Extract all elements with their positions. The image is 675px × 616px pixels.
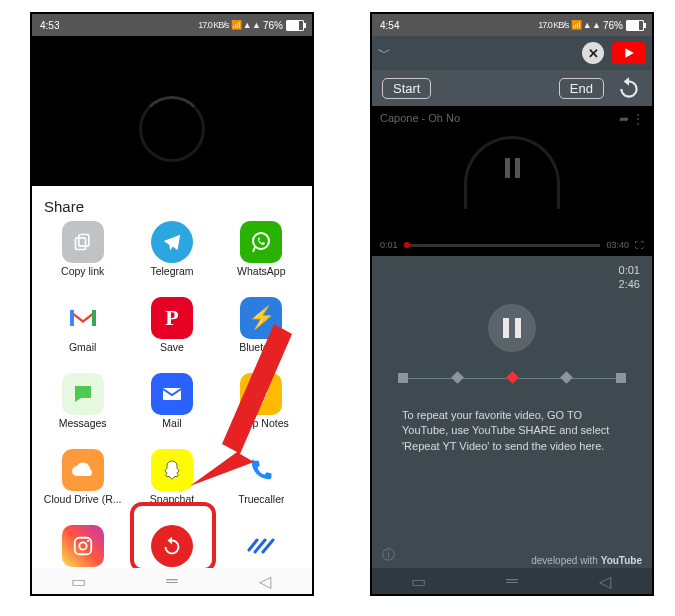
nav-recent-icon[interactable]: ▭ bbox=[70, 572, 88, 590]
share-sheet: Share Copy linkTelegramWhatsAppGmailPSav… bbox=[32, 186, 312, 582]
close-button[interactable]: ✕ bbox=[582, 42, 604, 64]
loop-total: 2:46 bbox=[372, 278, 640, 292]
android-navbar: ▭ ═ ◁ bbox=[32, 568, 312, 594]
app-label: Bluetooth bbox=[239, 341, 283, 353]
svg-marker-13 bbox=[625, 48, 633, 58]
loop-time-display: 0:01 2:46 bbox=[372, 256, 652, 294]
copy-link-icon bbox=[62, 221, 104, 263]
app-label: Copy link bbox=[61, 265, 104, 277]
svg-rect-1 bbox=[75, 238, 85, 250]
video-preview bbox=[32, 36, 312, 186]
nav-home-icon[interactable]: ═ bbox=[503, 572, 521, 590]
cloud-drive-icon bbox=[62, 449, 104, 491]
share-app-messages[interactable]: Messages bbox=[38, 373, 127, 445]
messages-icon bbox=[62, 373, 104, 415]
info-icon[interactable]: ⓘ bbox=[382, 546, 395, 564]
share-app-snapchat[interactable]: Snapchat bbox=[127, 449, 216, 521]
share-app-whatsapp[interactable]: WhatsApp bbox=[217, 221, 306, 293]
status-net: 17.0 KB/s bbox=[198, 20, 228, 30]
video-progress-bar[interactable] bbox=[404, 244, 601, 247]
marker-start-icon[interactable] bbox=[398, 373, 408, 383]
app-label: Cloud Drive (R... bbox=[44, 493, 122, 505]
pinterest-save-icon: P bbox=[151, 297, 193, 339]
loading-spinner-icon bbox=[139, 96, 205, 162]
status-time: 4:53 bbox=[40, 20, 59, 31]
share-app-cloud-drive[interactable]: Cloud Drive (R... bbox=[38, 449, 127, 521]
app-label: Snapchat bbox=[150, 493, 194, 505]
app-label: Truecaller bbox=[238, 493, 284, 505]
bluetooth-icon: ⚡ bbox=[240, 297, 282, 339]
nav-back-icon[interactable]: ◁ bbox=[256, 572, 274, 590]
battery-icon bbox=[626, 20, 644, 31]
app-label: Mail bbox=[162, 417, 181, 429]
svg-rect-3 bbox=[70, 310, 74, 326]
gmail-icon bbox=[62, 297, 104, 339]
youtube-logo-icon[interactable] bbox=[612, 42, 646, 64]
status-battery: 76% bbox=[603, 20, 623, 31]
app-label: WhatsApp bbox=[237, 265, 285, 277]
share-app-copy-link[interactable]: Copy link bbox=[38, 221, 127, 293]
mail-icon bbox=[151, 373, 193, 415]
nav-home-icon[interactable]: ═ bbox=[163, 572, 181, 590]
loop-controls-row: Start End bbox=[372, 70, 652, 106]
loop-elapsed: 0:01 bbox=[372, 264, 640, 278]
app-label: Messages bbox=[59, 417, 107, 429]
svg-rect-4 bbox=[92, 310, 96, 326]
signal-icon: 📶 ▲ ▲ bbox=[571, 20, 600, 30]
start-button[interactable]: Start bbox=[382, 78, 431, 99]
share-app-telegram[interactable]: Telegram bbox=[127, 221, 216, 293]
status-net: 17.0 KB/s bbox=[538, 20, 568, 30]
battery-icon bbox=[286, 20, 304, 31]
loop-timeline[interactable] bbox=[372, 366, 652, 390]
whatsapp-icon bbox=[240, 221, 282, 263]
svg-point-7 bbox=[79, 542, 86, 549]
status-battery: 76% bbox=[263, 20, 283, 31]
replay-icon[interactable] bbox=[616, 75, 642, 101]
share-app-bluetooth[interactable]: ⚡Bluetooth bbox=[217, 297, 306, 369]
status-bar: 4:53 17.0 KB/s 📶 ▲ ▲ 76% bbox=[32, 14, 312, 36]
share-app-keep-notes[interactable]: Keep Notes bbox=[217, 373, 306, 445]
app-label: Keep Notes bbox=[234, 417, 289, 429]
svg-point-2 bbox=[253, 233, 269, 249]
fullscreen-icon[interactable]: ⛶ bbox=[635, 240, 644, 250]
chevron-down-icon[interactable]: ﹀ bbox=[378, 44, 391, 62]
video-elapsed: 0:01 bbox=[380, 240, 398, 250]
video-duration: 03:40 bbox=[606, 240, 629, 250]
share-app-truecaller[interactable]: Truecaller bbox=[217, 449, 306, 521]
share-app-mail[interactable]: Mail bbox=[127, 373, 216, 445]
video-title: Capone - Oh No bbox=[380, 112, 460, 124]
share-app-gmail[interactable]: Gmail bbox=[38, 297, 127, 369]
marker-diamond-icon[interactable] bbox=[451, 371, 464, 384]
marker-end-icon[interactable] bbox=[616, 373, 626, 383]
instagram-chats-icon bbox=[62, 525, 104, 567]
marker-diamond-icon[interactable] bbox=[560, 371, 573, 384]
android-navbar: ▭ ═ ◁ bbox=[372, 568, 652, 594]
video-pause-icon[interactable] bbox=[495, 151, 529, 185]
telegram-icon bbox=[151, 221, 193, 263]
svg-rect-0 bbox=[78, 235, 88, 247]
app-label: Save bbox=[160, 341, 184, 353]
nav-back-icon[interactable]: ◁ bbox=[596, 572, 614, 590]
marker-playhead-icon[interactable] bbox=[506, 371, 519, 384]
keep-notes-icon bbox=[240, 373, 282, 415]
share-title: Share bbox=[38, 196, 306, 221]
status-bar: 4:54 17.0 KB/s 📶 ▲ ▲ 76% bbox=[372, 14, 652, 36]
video-player[interactable]: Capone - Oh No ➦ ⋮ 0:01 03:40 ⛶ bbox=[372, 106, 652, 256]
nearby-share-icon bbox=[240, 525, 282, 567]
phone-repeat-app: 4:54 17.0 KB/s 📶 ▲ ▲ 76% ﹀ ✕ Start End bbox=[370, 12, 654, 596]
instruction-text: To repeat your favorite video, GO TO You… bbox=[372, 390, 652, 456]
share-app-grid: Copy linkTelegramWhatsAppGmailPSave⚡Blue… bbox=[38, 221, 306, 582]
svg-point-8 bbox=[87, 540, 89, 542]
share-icon[interactable]: ➦ ⋮ bbox=[619, 112, 644, 126]
repeat-yt-video-icon bbox=[151, 525, 193, 567]
signal-icon: 📶 ▲ ▲ bbox=[231, 20, 260, 30]
pause-button[interactable] bbox=[488, 304, 536, 352]
app-topbar: ﹀ ✕ bbox=[372, 36, 652, 70]
share-app-pinterest-save[interactable]: PSave bbox=[127, 297, 216, 369]
truecaller-icon bbox=[240, 449, 282, 491]
phone-share-sheet: 4:53 17.0 KB/s 📶 ▲ ▲ 76% Share Copy link… bbox=[30, 12, 314, 596]
status-time: 4:54 bbox=[380, 20, 399, 31]
nav-recent-icon[interactable]: ▭ bbox=[410, 572, 428, 590]
developer-footer: developed with YouTube bbox=[531, 555, 642, 566]
end-button[interactable]: End bbox=[559, 78, 604, 99]
